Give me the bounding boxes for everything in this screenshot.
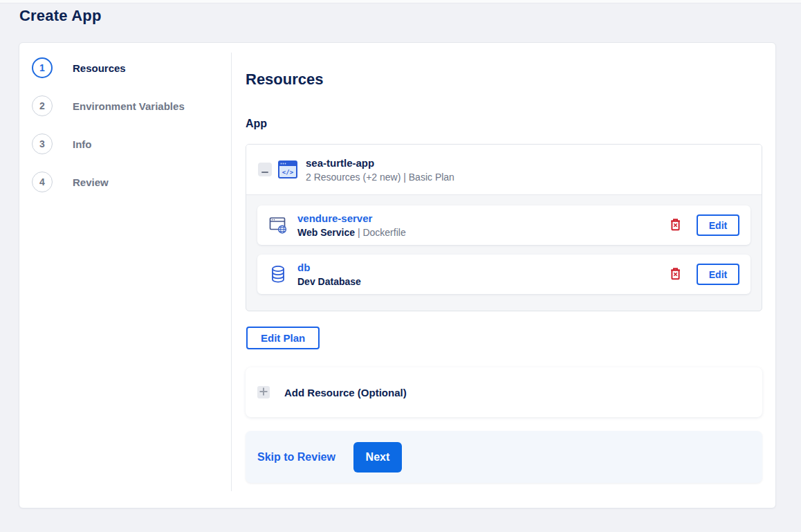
step-label: Info	[73, 138, 92, 150]
edit-resource-button[interactable]: Edit	[697, 214, 739, 236]
step-environment-variables[interactable]: 2 Environment Variables	[32, 95, 185, 116]
next-button[interactable]: Next	[353, 442, 402, 473]
resources-heading: Resources	[246, 71, 324, 89]
resource-texts: vendure-server Web Service | Dockerfile	[297, 212, 406, 238]
create-app-card: 1 Resources 2 Environment Variables 3 In…	[19, 42, 776, 508]
resource-detail: | Dockerfile	[355, 227, 406, 238]
web-service-icon	[268, 217, 288, 235]
step-label: Review	[73, 176, 109, 188]
resource-actions: Edit	[668, 264, 739, 285]
database-icon	[268, 265, 288, 284]
plus-icon	[259, 386, 268, 398]
app-group: </> sea-turtle-app 2 Resources (+2 new) …	[246, 144, 762, 311]
step-resources[interactable]: 1 Resources	[32, 57, 126, 78]
resource-name-link[interactable]: vendure-server	[297, 212, 372, 224]
resource-subtitle: Dev Database	[297, 276, 361, 287]
app-summary: 2 Resources (+2 new) | Basic Plan	[306, 172, 454, 183]
resource-name-link[interactable]: db	[297, 262, 310, 273]
step-number: 4	[32, 172, 53, 192]
add-resource-button[interactable]: Add Resource (Optional)	[246, 367, 762, 417]
page-title: Create App	[19, 7, 102, 25]
step-label: Environment Variables	[73, 100, 185, 112]
delete-resource-button[interactable]	[668, 266, 683, 284]
step-number: 3	[32, 134, 53, 154]
top-strip	[0, 0, 801, 3]
resource-texts: db Dev Database	[297, 262, 361, 287]
step-info[interactable]: 3 Info	[32, 134, 92, 154]
sidebar-divider	[231, 53, 232, 491]
edit-plan-button[interactable]: Edit Plan	[246, 327, 320, 349]
trash-icon	[670, 267, 681, 282]
step-number: 1	[32, 57, 53, 78]
app-group-titles: sea-turtle-app 2 Resources (+2 new) | Ba…	[306, 157, 454, 183]
app-group-header: </> sea-turtle-app 2 Resources (+2 new) …	[246, 145, 762, 195]
plus-button	[257, 386, 270, 398]
skip-to-review-link[interactable]: Skip to Review	[257, 451, 335, 464]
app-name: sea-turtle-app	[306, 157, 454, 169]
step-review[interactable]: 4 Review	[32, 172, 109, 192]
app-section-label: App	[246, 118, 267, 130]
footer-action-bar: Skip to Review Next	[246, 431, 762, 483]
step-label: Resources	[73, 62, 126, 74]
delete-resource-button[interactable]	[668, 217, 683, 235]
minus-icon	[261, 165, 268, 175]
resource-type: Web Service	[297, 227, 355, 238]
collapse-button[interactable]	[258, 163, 272, 176]
step-number: 2	[32, 95, 53, 116]
svg-text:</>: </>	[282, 169, 294, 176]
add-resource-label: Add Resource (Optional)	[284, 387, 407, 398]
resource-row-db: db Dev Database	[257, 255, 751, 294]
app-group-body: vendure-server Web Service | Dockerfile	[246, 195, 762, 294]
edit-resource-button[interactable]: Edit	[697, 264, 739, 285]
resource-row-vendure-server: vendure-server Web Service | Dockerfile	[257, 205, 751, 245]
resource-actions: Edit	[668, 214, 739, 236]
trash-icon	[670, 218, 681, 233]
app-code-icon: </>	[278, 160, 297, 178]
resource-type: Dev Database	[297, 276, 361, 287]
resource-subtitle: Web Service | Dockerfile	[297, 227, 406, 238]
